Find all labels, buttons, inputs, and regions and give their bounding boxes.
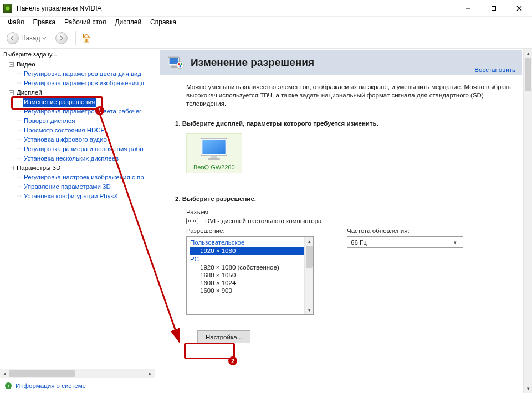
menu-desktop[interactable]: Рабочий стол bbox=[60, 17, 110, 27]
scroll-thumb[interactable] bbox=[306, 246, 313, 268]
dvi-icon bbox=[186, 218, 198, 224]
tree-item[interactable]: Регулировка параметров изображения д bbox=[23, 79, 145, 88]
restore-link[interactable]: Восстановить bbox=[474, 66, 515, 73]
nvidia-app-icon bbox=[3, 4, 12, 13]
home-button[interactable] bbox=[80, 32, 93, 44]
svg-rect-2 bbox=[492, 6, 496, 10]
annotation-badge-2: 2 bbox=[228, 356, 237, 365]
scroll-thumb[interactable] bbox=[9, 370, 75, 377]
svg-rect-12 bbox=[172, 65, 175, 66]
tree-item[interactable]: Поворот дисплея bbox=[23, 116, 76, 126]
svg-point-0 bbox=[6, 6, 10, 10]
back-dropdown-icon bbox=[42, 36, 47, 40]
resolution-option[interactable]: 1680 × 1050 bbox=[190, 271, 304, 279]
page-header: Изменение разрешения Восстановить bbox=[160, 50, 522, 75]
sidebar: Выберите задачу... −Видео ┈Регулировка п… bbox=[0, 49, 155, 393]
tree-cat-display[interactable]: Дисплей bbox=[17, 88, 42, 97]
connector-value: DVI - дисплей настольного компьютера bbox=[205, 218, 321, 224]
content-area: Изменение разрешения Восстановить Можно … bbox=[155, 49, 532, 393]
refresh-value: 66 Гц bbox=[351, 239, 451, 246]
tree-cat-video[interactable]: Видео bbox=[17, 60, 35, 69]
resolution-label: Разрешение: bbox=[186, 227, 314, 234]
step1-heading: 1. Выберите дисплей, параметры которого … bbox=[175, 120, 512, 127]
svg-rect-7 bbox=[83, 34, 84, 37]
tree-toggle[interactable]: − bbox=[9, 90, 14, 95]
forward-button[interactable] bbox=[52, 30, 71, 46]
chevron-down-icon: ▾ bbox=[451, 240, 459, 245]
svg-point-16 bbox=[181, 63, 183, 65]
task-label: Выберите задачу... bbox=[0, 49, 155, 59]
list-group-custom: Пользовательское bbox=[190, 239, 304, 246]
toolbar: Назад bbox=[0, 28, 532, 49]
menu-file[interactable]: Файл bbox=[3, 17, 29, 27]
tree-item[interactable]: Установка нескольких дисплеев bbox=[23, 154, 120, 163]
minimize-button[interactable] bbox=[456, 0, 481, 17]
tree-item[interactable]: Установка конфигурации PhysX bbox=[23, 192, 119, 201]
back-button[interactable]: Назад bbox=[3, 30, 50, 46]
menubar: Файл Правка Рабочий стол Дисплей Справка bbox=[0, 17, 532, 28]
resolution-option[interactable]: 1920 × 1080 (собственное) bbox=[190, 263, 304, 271]
system-info-link[interactable]: Информация о системе bbox=[16, 382, 86, 389]
step2-heading: 2. Выберите разрешение. bbox=[175, 195, 512, 202]
svg-rect-19 bbox=[203, 140, 226, 154]
svg-rect-6 bbox=[86, 39, 88, 42]
sidebar-hscrollbar[interactable]: ◂ ▸ bbox=[0, 369, 155, 378]
scroll-down-icon[interactable]: ▾ bbox=[305, 306, 314, 314]
svg-rect-11 bbox=[170, 58, 178, 64]
tree-item-change-resolution[interactable]: Изменение разрешения bbox=[23, 97, 96, 107]
tree-item[interactable]: Регулировка настроек изображения с пр bbox=[23, 173, 145, 182]
svg-point-17 bbox=[179, 65, 181, 68]
svg-rect-20 bbox=[211, 156, 217, 158]
scroll-thumb[interactable] bbox=[525, 58, 531, 91]
window-title: Панель управления NVIDIA bbox=[17, 4, 102, 12]
tree-cat-3d[interactable]: Параметры 3D bbox=[17, 163, 60, 173]
tree-item[interactable]: Управление параметрами 3D bbox=[23, 182, 112, 192]
intro-text: Можно уменьшить количество элементов, от… bbox=[186, 83, 512, 108]
menu-edit[interactable]: Правка bbox=[29, 17, 60, 27]
refresh-label: Частота обновления: bbox=[347, 227, 463, 234]
svg-rect-13 bbox=[171, 66, 177, 68]
scroll-right-icon[interactable]: ▸ bbox=[146, 369, 155, 378]
annotation-badge-1: 1 bbox=[95, 106, 104, 115]
back-label: Назад bbox=[21, 34, 40, 42]
maximize-button[interactable] bbox=[481, 0, 507, 17]
scroll-up-icon[interactable]: ▴ bbox=[524, 49, 532, 58]
svg-point-15 bbox=[178, 63, 180, 65]
monitor-thumbnail[interactable]: BenQ GW2260 bbox=[186, 133, 242, 173]
refresh-combobox[interactable]: 66 Гц ▾ bbox=[347, 236, 463, 248]
resolution-option[interactable]: 1600 × 900 bbox=[190, 287, 304, 294]
forward-arrow-icon bbox=[55, 32, 68, 44]
scroll-left-icon[interactable]: ◂ bbox=[0, 369, 9, 378]
listbox-scrollbar[interactable]: ▴ ▾ bbox=[304, 237, 313, 314]
scroll-up-icon[interactable]: ▴ bbox=[305, 237, 314, 246]
menu-help[interactable]: Справка bbox=[146, 17, 181, 27]
back-arrow-icon bbox=[7, 32, 19, 44]
resolution-listbox[interactable]: Пользовательское 1920 × 1080 PC 1920 × 1… bbox=[186, 236, 314, 315]
customize-button[interactable]: Настройка... bbox=[197, 330, 250, 343]
resolution-option[interactable]: 1920 × 1080 bbox=[190, 247, 304, 255]
content-vscrollbar[interactable]: ▴ ▾ bbox=[523, 49, 532, 393]
scroll-down-icon[interactable]: ▾ bbox=[524, 384, 532, 393]
tree-toggle[interactable]: − bbox=[9, 62, 14, 67]
svg-point-14 bbox=[177, 61, 183, 68]
tree-item[interactable]: Просмотр состояния HDCP bbox=[23, 126, 106, 135]
tree-item[interactable]: Регулировка параметров цвета рабочег bbox=[23, 107, 142, 116]
tree-item[interactable]: Регулировка размера и положения рабо bbox=[23, 144, 145, 154]
task-tree[interactable]: −Видео ┈Регулировка параметров цвета для… bbox=[0, 59, 155, 369]
close-button[interactable] bbox=[507, 0, 532, 17]
info-icon: i bbox=[4, 382, 12, 390]
titlebar: Панель управления NVIDIA bbox=[0, 0, 532, 17]
connector-label: Разъем: bbox=[186, 209, 210, 215]
page-title: Изменение разрешения bbox=[191, 56, 314, 69]
tree-item[interactable]: Регулировка параметров цвета для вид bbox=[23, 69, 142, 79]
tree-toggle[interactable]: − bbox=[9, 166, 14, 170]
display-header-icon bbox=[167, 55, 185, 70]
list-group-pc: PC bbox=[190, 256, 304, 262]
menu-display[interactable]: Дисплей bbox=[110, 17, 146, 27]
monitor-name: BenQ GW2260 bbox=[193, 164, 235, 170]
resolution-option[interactable]: 1600 × 1024 bbox=[190, 279, 304, 287]
svg-rect-21 bbox=[208, 158, 220, 160]
tree-item[interactable]: Установка цифрового аудио bbox=[23, 135, 108, 144]
system-info-bar: i Информация о системе bbox=[0, 378, 155, 393]
monitor-icon bbox=[199, 137, 229, 162]
